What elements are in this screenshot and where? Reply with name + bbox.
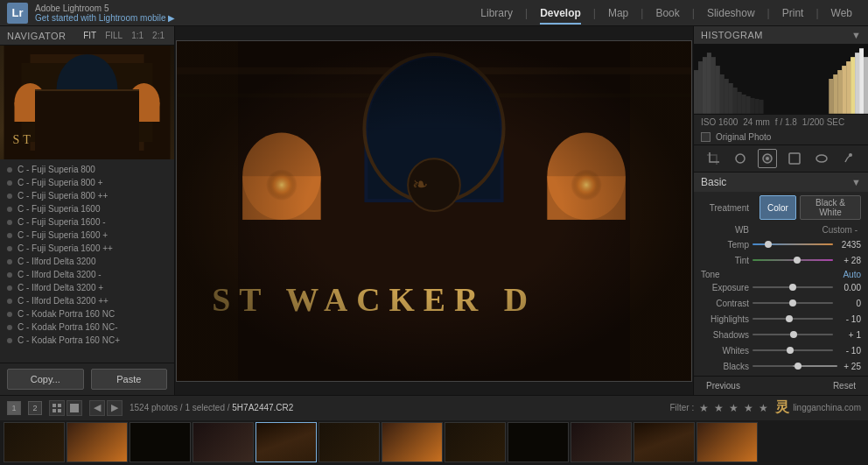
zoom-1-1[interactable]: 1:1 [129,30,146,41]
adj-brush-tool[interactable] [839,149,858,168]
nav-item-develop[interactable]: Develop [531,4,590,23]
film-preset-item[interactable]: C - Ilford Delta 3200 + [0,281,174,294]
film-thumbnail[interactable] [634,422,695,462]
film-dot-icon [7,207,12,212]
crop-tool[interactable] [704,149,723,168]
star-3[interactable]: ★ [729,402,738,414]
navigator-title: Navigator [7,31,66,41]
nav-item-map[interactable]: Map [599,4,637,23]
page-1-btn[interactable]: 1 [7,401,21,415]
nav-separator: | [640,7,643,19]
film-preset-item[interactable]: C - Ilford Delta 3200 [0,255,174,268]
next-arrow[interactable]: ▶ [107,400,122,416]
basic-collapse-icon[interactable]: ▼ [851,177,861,187]
whites-label: Whites [701,346,749,356]
film-list: C - Fuji Superia 800C - Fuji Superia 800… [0,159,174,363]
spot-tool[interactable] [731,149,750,168]
film-thumbnail[interactable] [382,422,443,462]
highlights-slider[interactable] [752,313,833,325]
nav-item-slideshow[interactable]: Slideshow [698,4,764,23]
app-name: Adobe Lightroom 5 [35,4,175,13]
adjustments: Treatment Color Black & White WB Custom … [694,192,868,376]
film-preset-label: C - Ilford Delta 3200 [18,257,96,266]
grid-view-btn[interactable] [49,400,65,416]
film-preset-item[interactable]: C - Fuji Superia 800 ++ [0,189,174,202]
svg-rect-52 [842,66,846,114]
film-dot-icon [7,312,12,317]
nav-item-library[interactable]: Library [472,4,522,23]
prev-next-row: Previous Reset [694,376,868,395]
svg-rect-4 [57,89,118,124]
film-thumbnail[interactable] [66,422,128,462]
page-2-btn[interactable]: 2 [28,401,42,415]
nav-separator: | [525,7,528,19]
film-thumbnail[interactable] [444,422,506,462]
watermark-text: lingganchina.com [793,403,861,412]
nav-item-web[interactable]: Web [822,4,861,23]
copy-button[interactable]: Copy... [7,369,84,390]
treatment-bw-btn[interactable]: Black & White [800,195,861,220]
film-thumbnail[interactable] [570,422,632,462]
star-5[interactable]: ★ [759,402,768,414]
app-promo[interactable]: Get started with Lightroom mobile ▶ [35,13,175,23]
blacks-slider[interactable] [752,360,833,372]
nav-item-print[interactable]: Print [774,4,813,23]
film-preset-item[interactable]: C - Kodak Portra 160 NC [0,307,174,321]
film-preset-item[interactable]: C - Ilford Delta 3200 - [0,268,174,281]
tint-slider[interactable] [752,254,833,266]
whites-slider[interactable] [752,344,833,356]
film-preset-item[interactable]: C - Fuji Superia 1600 - [0,215,174,229]
film-thumbnail[interactable] [192,422,254,462]
prev-arrow[interactable]: ◀ [89,400,105,416]
camera-aperture: f / 1.8 [775,117,797,127]
histogram-header: Histogram ▼ [694,26,868,44]
film-thumbnail[interactable] [318,422,380,462]
film-thumbnail[interactable] [696,422,758,462]
wb-label: WB [701,225,749,235]
previous-button[interactable]: Previous [701,379,746,392]
reset-button[interactable]: Reset [828,379,861,392]
exposure-row: Exposure 0.00 [701,281,861,293]
film-thumbnail[interactable] [256,422,317,462]
film-preset-label: C - Ilford Delta 3200 + [18,283,103,292]
svg-rect-57 [864,57,868,114]
film-preset-item[interactable]: C - Fuji Superia 1600 ++ [0,242,174,255]
tone-label: Tone [701,270,720,279]
film-thumbnail[interactable] [4,422,65,462]
grad-filter-tool[interactable] [785,149,804,168]
film-preset-item[interactable]: C - Fuji Superia 1600 [0,202,174,215]
original-photo-checkbox[interactable] [701,132,710,142]
tone-auto-btn[interactable]: Auto [843,270,861,279]
film-preset-item[interactable]: C - Ilford Delta 3200 ++ [0,294,174,307]
film-thumbnail[interactable] [130,422,191,462]
film-preset-item[interactable]: C - Fuji Superia 800 + [0,176,174,189]
film-preset-item[interactable]: C - Kodak Portra 160 NC- [0,321,174,334]
star-4[interactable]: ★ [744,402,753,414]
radial-filter-tool[interactable] [812,149,831,168]
film-preset-item[interactable]: C - Kodak Portra 160 NC+ [0,334,174,347]
loupe-view-btn[interactable] [66,400,82,416]
zoom-2-1[interactable]: 2:1 [150,30,167,41]
contrast-slider[interactable] [752,297,833,309]
wb-value[interactable]: Custom - [822,225,858,235]
film-preset-label: C - Kodak Portra 160 NC- [18,322,118,332]
redeye-tool[interactable] [758,149,777,168]
paste-button[interactable]: Paste [91,369,168,390]
zoom-fill[interactable]: FILL [102,30,125,41]
temp-slider[interactable] [752,238,833,250]
star-1[interactable]: ★ [699,402,709,414]
film-dot-icon [7,272,12,278]
zoom-fit[interactable]: FIT [80,30,99,41]
histogram-collapse-icon[interactable]: ▼ [851,30,861,40]
svg-rect-54 [850,57,855,114]
svg-rect-45 [746,96,751,114]
exposure-slider[interactable] [752,281,833,293]
star-2[interactable]: ★ [714,402,724,414]
film-preset-item[interactable]: C - Fuji Superia 800 [0,163,174,176]
bottom-bar: 1 2 ◀ ▶ 1524 photos / 1 selected / 5H7A2… [0,395,868,465]
shadows-slider[interactable] [752,328,833,341]
treatment-color-btn[interactable]: Color [760,195,796,220]
film-thumbnail[interactable] [508,422,569,462]
nav-item-book[interactable]: Book [647,4,688,23]
film-preset-item[interactable]: C - Fuji Superia 1600 + [0,229,174,242]
